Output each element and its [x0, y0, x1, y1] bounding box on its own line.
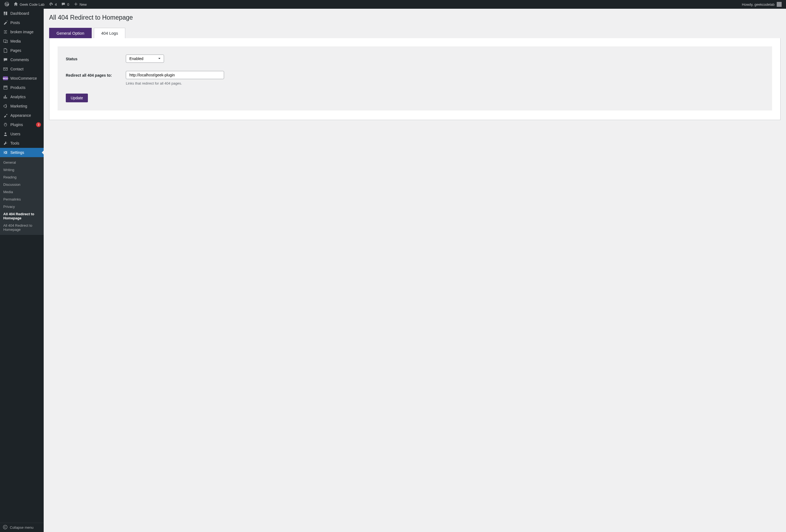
status-label: Status	[66, 54, 126, 61]
updates-count: 4	[55, 2, 57, 6]
update-icon	[49, 2, 53, 7]
sidebar-item-pages[interactable]: Pages	[0, 46, 44, 55]
avatar-icon	[777, 2, 782, 7]
sidebar-item-products[interactable]: Products	[0, 83, 44, 92]
sidebar-item-label: Dashboard	[10, 11, 41, 16]
sidebar-item-label: Plugins	[10, 122, 35, 127]
admin-sidebar: DashboardPostsbroken imageMediaPagesComm…	[0, 9, 44, 532]
settings-icon	[3, 150, 8, 155]
comment-icon	[61, 2, 66, 7]
sidebar-item-label: Users	[10, 132, 41, 136]
sidebar-item-brokenimage[interactable]: broken image	[0, 27, 44, 37]
sidebar-item-label: Marketing	[10, 104, 41, 108]
settings-form: Status Enabled Redirect all 404 pages to…	[57, 46, 772, 111]
status-select[interactable]: Enabled	[126, 54, 164, 63]
sidebar-item-label: Appearance	[10, 113, 41, 118]
site-name-text: Geek Code Lab	[20, 2, 45, 6]
tab-bar: General Option404 Logs	[49, 28, 781, 38]
home-icon	[14, 2, 18, 7]
sidebar-subitem[interactable]: Writing	[0, 166, 44, 173]
sidebar-item-label: Products	[10, 86, 41, 90]
analytics-icon	[3, 94, 8, 99]
sidebar-item-settings[interactable]: Settings	[0, 148, 44, 157]
sidebar-item-label: Media	[10, 39, 41, 43]
sidebar-item-label: broken image	[10, 30, 41, 34]
products-icon	[3, 85, 8, 90]
sidebar-item-appearance[interactable]: Appearance	[0, 111, 44, 120]
account-link[interactable]: Howdy, geekcodelab	[740, 0, 784, 9]
admin-bar: Geek Code Lab 4 0 New Howdy, geekcodelab	[0, 0, 786, 9]
sidebar-item-analytics[interactable]: Analytics	[0, 92, 44, 101]
sidebar-item-users[interactable]: Users	[0, 129, 44, 139]
sidebar-item-dashboard[interactable]: Dashboard	[0, 9, 44, 18]
sidebar-subitem[interactable]: Reading	[0, 173, 44, 181]
comments-link[interactable]: 0	[59, 0, 71, 9]
brokenimage-icon	[3, 29, 8, 34]
page-title: All 404 Redirect to Homepage	[49, 11, 781, 22]
sidebar-submenu: GeneralWritingReadingDiscussionMediaPerm…	[0, 157, 44, 235]
sidebar-item-tools[interactable]: Tools	[0, 139, 44, 148]
redirect-url-input[interactable]	[126, 71, 224, 79]
sidebar-item-label: Tools	[10, 141, 41, 145]
marketing-icon	[3, 104, 8, 108]
tab-general-option[interactable]: General Option	[49, 28, 92, 38]
new-content-link[interactable]: New	[71, 0, 89, 9]
users-icon	[3, 131, 8, 137]
sidebar-item-contact[interactable]: Contact	[0, 64, 44, 74]
posts-icon	[3, 20, 8, 25]
wp-logo-button[interactable]	[2, 0, 11, 9]
sidebar-subitem[interactable]: Discussion	[0, 181, 44, 188]
redirect-help-text: Links that redirect for all 404 pages.	[126, 81, 764, 86]
settings-panel: Status Enabled Redirect all 404 pages to…	[49, 38, 781, 120]
tab-404-logs[interactable]: 404 Logs	[94, 28, 125, 38]
pages-icon	[3, 48, 8, 53]
svg-point-1	[5, 132, 6, 134]
sidebar-item-woocommerce[interactable]: WOOWooCommerce	[0, 74, 44, 83]
sidebar-item-label: Pages	[10, 48, 41, 53]
wordpress-icon	[4, 2, 9, 7]
plus-icon	[74, 2, 78, 7]
sidebar-subitem[interactable]: Media	[0, 188, 44, 196]
new-label: New	[80, 2, 87, 6]
svg-point-2	[3, 525, 7, 529]
sidebar-item-label: Settings	[10, 150, 41, 155]
collapse-menu-button[interactable]: Collapse menu	[0, 523, 44, 532]
contact-icon	[3, 67, 8, 71]
sidebar-item-plugins[interactable]: Plugins3	[0, 120, 44, 129]
sidebar-item-media[interactable]: Media	[0, 37, 44, 46]
media-icon	[3, 39, 8, 44]
site-name-link[interactable]: Geek Code Lab	[11, 0, 47, 9]
update-badge: 3	[36, 122, 41, 127]
collapse-label: Collapse menu	[10, 526, 33, 530]
redirect-label: Redirect all 404 pages to:	[66, 71, 126, 77]
comments-icon	[3, 57, 8, 62]
tools-icon	[3, 141, 8, 146]
sidebar-subitem[interactable]: Privacy	[0, 203, 44, 210]
comments-count: 0	[67, 2, 69, 6]
sidebar-subitem[interactable]: All 404 Redirect to Homepage	[0, 222, 44, 233]
update-button[interactable]: Update	[66, 94, 88, 102]
sidebar-subitem[interactable]: Permalinks	[0, 196, 44, 203]
appearance-icon	[3, 113, 8, 118]
howdy-text: Howdy, geekcodelab	[742, 2, 775, 6]
sidebar-item-label: WooCommerce	[10, 76, 41, 80]
sidebar-item-label: Posts	[10, 21, 41, 25]
sidebar-item-posts[interactable]: Posts	[0, 18, 44, 27]
sidebar-subitem[interactable]: General	[0, 159, 44, 166]
sidebar-subitem[interactable]: All 404 Redirect to Homepage	[0, 210, 44, 222]
updates-link[interactable]: 4	[47, 0, 59, 9]
sidebar-item-comments[interactable]: Comments	[0, 55, 44, 64]
collapse-icon	[3, 525, 8, 530]
page-body: All 404 Redirect to Homepage General Opt…	[44, 9, 786, 532]
dashboard-icon	[3, 11, 8, 16]
plugins-icon	[3, 122, 8, 127]
sidebar-item-label: Comments	[10, 57, 41, 62]
svg-point-0	[5, 31, 6, 32]
sidebar-item-label: Analytics	[10, 95, 41, 99]
sidebar-item-marketing[interactable]: Marketing	[0, 101, 44, 111]
woocommerce-icon: WOO	[3, 76, 8, 80]
sidebar-item-label: Contact	[10, 67, 41, 71]
